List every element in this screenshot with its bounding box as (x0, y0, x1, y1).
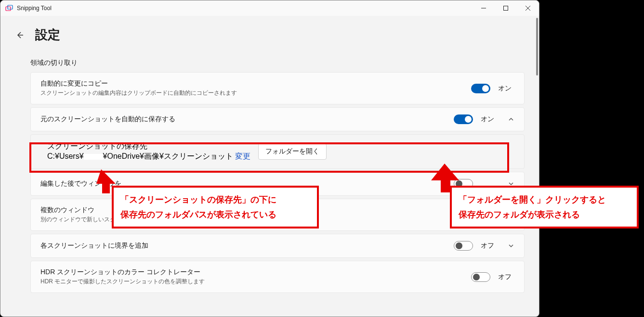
svg-rect-10 (441, 178, 450, 192)
titlebar: Snipping Tool (0, 0, 539, 16)
toggle-state: オン (481, 115, 497, 124)
toggle-state: オン (498, 84, 514, 93)
svg-rect-0 (6, 7, 11, 11)
annotation-text: 保存先のフォルダパスが表示されている (120, 207, 310, 222)
section-label: 領域の切り取り (30, 59, 525, 67)
setting-add-border[interactable]: 各スクリーンショットに境界を追加 オフ (30, 234, 525, 258)
page-header: 設定 (0, 16, 539, 48)
toggle-add-border[interactable] (454, 241, 473, 251)
change-link[interactable]: 変更 (235, 152, 250, 160)
maximize-button[interactable] (495, 0, 517, 16)
redacted-username (84, 154, 103, 160)
page-title: 設定 (35, 26, 60, 43)
toggle-auto-copy[interactable] (471, 84, 490, 93)
annotation-text: 保存先のフォルダが表示される (459, 207, 630, 222)
setting-title: スクリーンショットの保存先 (47, 141, 250, 152)
setting-auto-save[interactable]: 元のスクリーンショットを自動的に保存する オン (30, 107, 525, 131)
app-icon (5, 4, 13, 12)
annotation-text: 「スクリーンショットの保存先」の下に (120, 192, 310, 207)
setting-title: HDR スクリーンショットのカラー コレクトレーター (40, 268, 463, 277)
setting-desc: HDR モニターで撮影したスクリーンショットの色を調整します (40, 278, 463, 286)
window-buttons (473, 0, 539, 16)
toggle-state: オフ (498, 273, 514, 281)
setting-title: 自動的に変更にコピー (40, 79, 463, 88)
annotation-callout-left: 「スクリーンショットの保存先」の下に 保存先のフォルダパスが表示されている (112, 186, 319, 228)
back-button[interactable] (15, 30, 25, 40)
open-folder-button[interactable]: フォルダーを開く (258, 143, 327, 160)
svg-rect-8 (102, 181, 110, 193)
annotation-text: 「フォルダーを開く」クリックすると (459, 192, 630, 207)
toggle-hdr[interactable] (471, 272, 490, 282)
setting-hdr-color: HDR スクリーンショットのカラー コレクトレーター HDR モニターで撮影した… (30, 261, 525, 293)
save-path: C:¥Users¥¥OneDrive¥画像¥スクリーンショット 変更 (47, 152, 250, 162)
svg-rect-1 (8, 5, 13, 9)
svg-marker-9 (431, 164, 459, 180)
app-title: Snipping Tool (17, 5, 52, 12)
toggle-auto-save[interactable] (454, 114, 473, 124)
path-prefix: C:¥Users¥ (47, 152, 84, 160)
setting-desc: スクリーンショットの編集内容はクリップボードに自動的にコピーされます (40, 89, 463, 97)
chevron-up-icon (508, 116, 514, 123)
app-window: Snipping Tool 設定 領域の切り取り 自動的に変更にコピー スクリー… (0, 0, 539, 317)
setting-title: 各スクリーンショットに境界を追加 (40, 241, 446, 250)
svg-rect-3 (504, 6, 508, 11)
annotation-callout-right: 「フォルダーを開く」クリックすると 保存先のフォルダが表示される (450, 186, 639, 228)
chevron-down-icon (508, 242, 514, 249)
minimize-button[interactable] (473, 0, 495, 16)
setting-title: 元のスクリーンショットを自動的に保存する (40, 115, 446, 124)
scrollbar[interactable] (536, 18, 538, 76)
close-button[interactable] (517, 0, 539, 16)
toggle-state: オフ (481, 241, 497, 250)
setting-auto-copy: 自動的に変更にコピー スクリーンショットの編集内容はクリップボードに自動的にコピ… (30, 72, 525, 104)
path-suffix: ¥OneDrive¥画像¥スクリーンショット (103, 152, 233, 160)
